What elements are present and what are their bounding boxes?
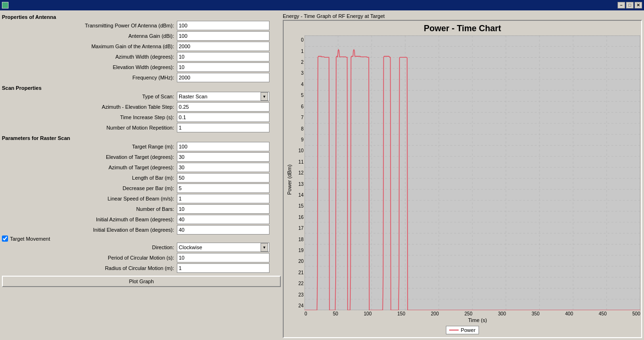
num-bars-input[interactable] bbox=[177, 204, 270, 214]
title-bar: − □ ✕ bbox=[0, 0, 644, 10]
elevation-target-input[interactable] bbox=[177, 152, 270, 162]
target-movement-label: Target Movement bbox=[10, 236, 50, 242]
legend-power-line bbox=[449, 330, 459, 331]
az-el-step-row: Azimuth - Elevation Table Step: bbox=[2, 102, 281, 112]
section-scan-header: Scan Properties bbox=[2, 85, 281, 91]
elevation-width-row: Elevation Width (degrees): bbox=[2, 62, 281, 72]
num-motion-row: Number of Motion Repetition: bbox=[2, 123, 281, 132]
target-movement-row: Target Movement bbox=[2, 235, 281, 242]
decrease-bar-label: Decrease per Bar (m): bbox=[2, 185, 177, 191]
initial-azimuth-label: Initial Azimuth of Beam (degrees): bbox=[2, 217, 177, 222]
direction-row: Direction: Clockwise ▼ bbox=[2, 243, 281, 252]
linear-speed-label: Linear Speed of Beam (m/s): bbox=[2, 196, 177, 201]
length-bar-input[interactable] bbox=[177, 173, 270, 183]
target-movement-checkbox[interactable] bbox=[2, 235, 8, 242]
azimuth-width-row: Azimuth Width (degrees): bbox=[2, 52, 281, 61]
time-increase-input[interactable] bbox=[177, 113, 270, 122]
initial-azimuth-row: Initial Azimuth of Beam (degrees): bbox=[2, 215, 281, 224]
direction-select[interactable]: Clockwise bbox=[177, 243, 269, 252]
period-row: Period of Circular Motion (s): bbox=[2, 253, 281, 262]
initial-azimuth-input[interactable] bbox=[177, 215, 270, 224]
chart-svg bbox=[305, 35, 640, 310]
antenna-gain-input[interactable] bbox=[177, 31, 270, 41]
legend-power: Power bbox=[446, 326, 479, 334]
elevation-target-row: Elevation of Target (degrees): bbox=[2, 152, 281, 162]
chart-with-yaxis: 24 23 22 21 20 19 18 17 16 15 14 bbox=[294, 35, 640, 310]
length-bar-row: Length of Bar (m): bbox=[2, 173, 281, 183]
x-ticks: 0 50 100 150 200 250 300 350 400 450 500 bbox=[294, 311, 640, 316]
az-el-step-input[interactable] bbox=[177, 102, 270, 112]
section-antenna-header: Properties of Antenna bbox=[2, 14, 281, 20]
azimuth-target-row: Azimuth of Target (degrees): bbox=[2, 163, 281, 172]
num-bars-row: Number of Bars: bbox=[2, 204, 281, 214]
close-button[interactable]: ✕ bbox=[635, 2, 642, 9]
antenna-gain-row: Antenna Gain (dBi): bbox=[2, 31, 281, 41]
max-gain-row: Maximum Gain of the Antenna (dB): bbox=[2, 42, 281, 51]
content-area: Properties of Antenna Transmitting Power… bbox=[0, 10, 644, 340]
chart-plot-area: 24 23 22 21 20 19 18 17 16 15 14 bbox=[294, 35, 640, 324]
radius-row: Radius of Circular Motion (m): bbox=[2, 263, 281, 273]
x-axis-label: Time (s) bbox=[294, 316, 640, 324]
type-scan-select-container: Raster Scan ▼ bbox=[177, 92, 270, 101]
linear-speed-row: Linear Speed of Beam (m/s): bbox=[2, 194, 281, 203]
target-range-row: Target Range (m): bbox=[2, 142, 281, 151]
frequency-input[interactable] bbox=[177, 73, 270, 82]
section-raster-header: Parameters for Raster Scan bbox=[2, 135, 281, 141]
az-el-step-label: Azimuth - Elevation Table Step: bbox=[2, 104, 177, 110]
type-scan-select[interactable]: Raster Scan bbox=[177, 92, 269, 101]
time-increase-row: Time Increase Step (s): bbox=[2, 113, 281, 122]
frequency-row: Frequency (MHz): bbox=[2, 73, 281, 82]
elevation-width-input[interactable] bbox=[177, 62, 270, 72]
svg-rect-0 bbox=[2, 2, 8, 8]
plot-graph-button[interactable]: Plot Graph bbox=[2, 276, 281, 287]
elevation-target-label: Elevation of Target (degrees): bbox=[2, 154, 177, 160]
main-window: − □ ✕ Properties of Antenna Transmitting… bbox=[0, 0, 644, 340]
chart-main-title: Power - Time Chart bbox=[285, 24, 640, 34]
max-gain-label: Maximum Gain of the Antenna (dB): bbox=[2, 44, 177, 49]
initial-elevation-row: Initial Elevation of Beam (degrees): bbox=[2, 225, 281, 235]
max-gain-input[interactable] bbox=[177, 42, 270, 51]
radius-input[interactable] bbox=[177, 263, 270, 273]
legend-power-label: Power bbox=[461, 327, 475, 333]
period-input[interactable] bbox=[177, 253, 270, 262]
decrease-bar-input[interactable] bbox=[177, 183, 270, 193]
antenna-gain-label: Antenna Gain (dBi): bbox=[2, 33, 177, 39]
time-increase-label: Time Increase Step (s): bbox=[2, 114, 177, 120]
y-axis-label: Power (dBm) bbox=[285, 35, 294, 324]
chart-svg-container bbox=[305, 35, 640, 310]
right-panel: Energy - Time Graph of RF Energy at Targ… bbox=[283, 12, 642, 338]
num-motion-input[interactable] bbox=[177, 123, 270, 132]
azimuth-width-label: Azimuth Width (degrees): bbox=[2, 54, 177, 60]
window-controls: − □ ✕ bbox=[618, 2, 642, 9]
chart-subtitle: Energy - Time Graph of RF Energy at Targ… bbox=[283, 12, 642, 20]
initial-elevation-label: Initial Elevation of Beam (degrees): bbox=[2, 227, 177, 233]
app-icon bbox=[2, 2, 9, 9]
elevation-width-label: Elevation Width (degrees): bbox=[2, 64, 177, 70]
chart-container: Power - Time Chart Power (dBm) 24 23 22 … bbox=[283, 20, 642, 338]
num-bars-label: Number of Bars: bbox=[2, 206, 177, 212]
azimuth-target-label: Azimuth of Target (degrees): bbox=[2, 165, 177, 170]
initial-elevation-input[interactable] bbox=[177, 225, 270, 235]
radius-label: Radius of Circular Motion (m): bbox=[2, 265, 177, 271]
azimuth-target-input[interactable] bbox=[177, 163, 270, 172]
frequency-label: Frequency (MHz): bbox=[2, 75, 177, 80]
transmitting-power-input[interactable] bbox=[177, 21, 270, 30]
maximize-button[interactable]: □ bbox=[626, 2, 634, 9]
title-bar-left bbox=[2, 2, 9, 9]
chart-area: Power (dBm) 24 23 22 21 20 19 18 bbox=[285, 35, 640, 324]
direction-label: Direction: bbox=[2, 244, 177, 250]
decrease-bar-row: Decrease per Bar (m): bbox=[2, 183, 281, 193]
type-scan-row: Type of Scan: Raster Scan ▼ bbox=[2, 92, 281, 101]
transmitting-power-row: Transmitting Power Of Antenna (dBm): bbox=[2, 21, 281, 30]
y-ticks: 24 23 22 21 20 19 18 17 16 15 14 bbox=[294, 35, 305, 310]
target-range-label: Target Range (m): bbox=[2, 144, 177, 149]
left-panel: Properties of Antenna Transmitting Power… bbox=[2, 12, 281, 338]
target-range-input[interactable] bbox=[177, 142, 270, 151]
minimize-button[interactable]: − bbox=[618, 2, 625, 9]
azimuth-width-input[interactable] bbox=[177, 52, 270, 61]
linear-speed-input[interactable] bbox=[177, 194, 270, 203]
type-scan-label: Type of Scan: bbox=[2, 94, 177, 99]
period-label: Period of Circular Motion (s): bbox=[2, 255, 177, 261]
direction-select-container: Clockwise ▼ bbox=[177, 243, 270, 252]
legend-area: Power bbox=[285, 324, 640, 336]
